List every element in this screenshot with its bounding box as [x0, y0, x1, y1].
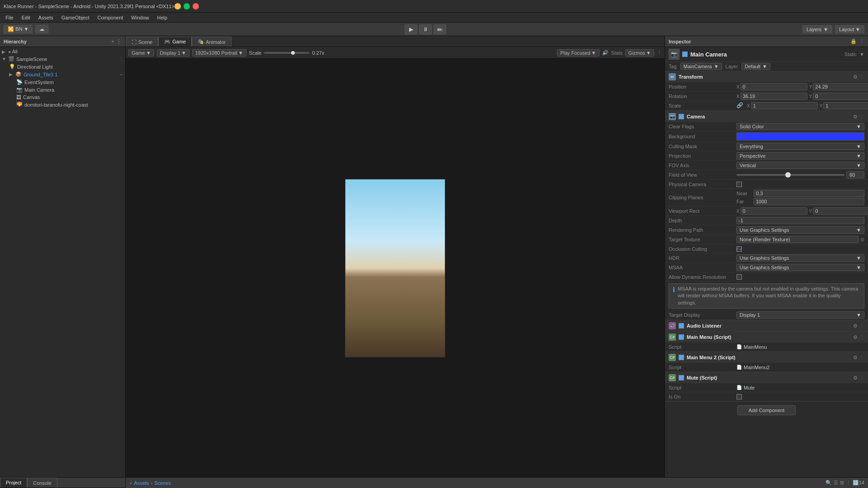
game-display-dropdown[interactable]: Game▼ [128, 49, 154, 56]
rotation-y[interactable] [813, 93, 868, 100]
fov-slider-track[interactable] [736, 174, 844, 176]
projection-dropdown[interactable]: Perspective▼ [736, 152, 864, 160]
mute-more-icon[interactable]: ⋮ [859, 375, 864, 381]
breadcrumb-scenes[interactable]: Scenes [154, 480, 171, 486]
fb-list-icon[interactable]: ☰ [834, 480, 838, 486]
breadcrumb-assets[interactable]: Assets [134, 480, 149, 486]
main-menu2-script-header[interactable]: C# Main Menu 2 (Script) ⚙ ⋮ [665, 352, 868, 363]
main-menu-script-header[interactable]: C# Main Menu (Script) ⚙ ⋮ [665, 332, 868, 343]
fb-more-icon[interactable]: ⋮ [846, 480, 851, 486]
add-component-button[interactable]: Add Component [737, 405, 796, 415]
hierarchy-canvas[interactable]: 🖼Canvas [0, 94, 125, 101]
hierarchy-ground-tile[interactable]: ▶ 📦Ground_Tile3 1 → [0, 70, 125, 78]
audio-active-checkbox[interactable] [679, 323, 684, 328]
play-button[interactable]: ▶ [405, 24, 417, 34]
stats-toggle[interactable]: Stats [611, 50, 623, 56]
maximize-button[interactable] [184, 3, 190, 9]
object-active-checkbox[interactable] [682, 52, 688, 57]
target-texture-pick-icon[interactable]: ⊙ [860, 237, 864, 243]
audio-gear-icon[interactable]: ⚙ [853, 323, 858, 329]
rotation-x[interactable] [741, 93, 807, 100]
position-x[interactable] [741, 83, 807, 90]
audio-icon[interactable]: 🔊 [602, 50, 609, 56]
mm-active-checkbox[interactable] [679, 334, 684, 340]
step-button[interactable]: ⏭ [434, 24, 446, 34]
layers-dropdown[interactable]: Layers ▼ [802, 25, 832, 33]
fb-back-icon[interactable]: + [129, 480, 132, 486]
target-texture-dropdown[interactable]: None (Render Texture) [736, 236, 859, 243]
hierarchy-main-camera[interactable]: 📷Main Camera [0, 86, 125, 94]
camera-active-checkbox[interactable] [679, 114, 684, 119]
camera-header[interactable]: 📷 Camera ⚙ ⋮ [665, 111, 868, 122]
target-display-dropdown[interactable]: Display 1▼ [736, 311, 864, 319]
scale-y[interactable] [823, 102, 868, 109]
culling-mask-dropdown[interactable]: Everything▼ [736, 143, 864, 150]
msaa-dropdown[interactable]: Use Graphics Settings▼ [736, 264, 864, 271]
resolution-dropdown[interactable]: 868x488 Portrait▼ [192, 49, 246, 56]
pause-button[interactable]: ⏸ [419, 24, 432, 34]
menu-gameobject[interactable]: GameObject [58, 14, 93, 21]
scale-x[interactable] [751, 102, 818, 109]
background-color-swatch[interactable] [736, 132, 864, 141]
position-y[interactable] [813, 83, 868, 90]
inspector-more-icon[interactable]: ⋮ [859, 38, 864, 44]
menu-file[interactable]: File [2, 14, 17, 21]
close-button[interactable] [193, 3, 199, 9]
audio-listener-header[interactable]: 🔊 Audio Listener ⚙ ⋮ [665, 320, 868, 331]
transform-header[interactable]: ⇔ Transform ⚙ ⋮ [665, 71, 868, 82]
viewport-x[interactable] [741, 207, 807, 215]
branch-dropdown[interactable]: 🔀 BN ▼ [4, 25, 33, 33]
hierarchy-all[interactable]: ▶ ● All [0, 48, 125, 55]
mm-gear-icon[interactable]: ⚙ [853, 334, 858, 340]
transform-more-icon[interactable]: ⋮ [859, 74, 864, 80]
menu-assets[interactable]: Assets [35, 14, 57, 21]
cloud-button[interactable]: ☁ [35, 25, 48, 33]
menu-component[interactable]: Component [94, 14, 127, 21]
hdr-dropdown[interactable]: Use Graphics Settings▼ [736, 254, 864, 262]
hierarchy-menu-icon[interactable]: ⋮ [116, 38, 122, 45]
layer-dropdown[interactable]: Default ▼ [741, 63, 770, 70]
display-dropdown[interactable]: Display 1▼ [157, 49, 189, 56]
transform-gear-icon[interactable]: ⚙ [853, 74, 858, 80]
gizmos-dropdown[interactable]: Gizmos▼ [625, 49, 654, 56]
mm2-active-checkbox[interactable] [679, 355, 684, 360]
static-dropdown-icon[interactable]: ▼ [859, 52, 864, 57]
mm2-more-icon[interactable]: ⋮ [859, 355, 864, 361]
camera-more-icon[interactable]: ⋮ [859, 114, 864, 120]
menu-edit[interactable]: Edit [18, 14, 34, 21]
viewport-y[interactable] [813, 207, 868, 215]
near-value-input[interactable] [754, 190, 864, 197]
tab-game[interactable]: 🎮 Game [158, 37, 192, 47]
camera-gear-icon[interactable]: ⚙ [853, 114, 858, 120]
minimize-button[interactable] [175, 3, 181, 9]
tab-project[interactable]: Project [0, 478, 27, 488]
hierarchy-add-icon[interactable]: + [111, 38, 114, 45]
tag-dropdown[interactable]: MainCamera ▼ [680, 63, 722, 70]
fov-value-input[interactable] [846, 171, 864, 178]
hierarchy-scene[interactable]: ▼ 🎬SampleScene ⋮ [0, 55, 125, 63]
tab-console[interactable]: Console [27, 478, 57, 488]
layout-dropdown[interactable]: Layout ▼ [835, 25, 864, 33]
more-icon[interactable]: ⋮ [657, 50, 662, 56]
fb-search-icon[interactable]: 🔍 [826, 480, 832, 486]
hierarchy-eventsystem[interactable]: 📡EventSystem [0, 78, 125, 86]
scale-slider[interactable] [264, 52, 309, 54]
clear-flags-dropdown[interactable]: Solid Color▼ [736, 123, 864, 130]
menu-help[interactable]: Help [153, 14, 171, 21]
window-controls[interactable] [175, 3, 199, 9]
physical-camera-checkbox[interactable] [736, 182, 742, 187]
audio-more-icon[interactable]: ⋮ [859, 323, 864, 329]
mute-gear-icon[interactable]: ⚙ [853, 375, 858, 381]
mute-script-header[interactable]: C# Mute (Script) ⚙ ⋮ [665, 372, 868, 383]
fov-axis-dropdown[interactable]: Vertical▼ [736, 162, 864, 169]
scale-lock-icon[interactable]: 🔗 [736, 102, 743, 109]
fb-grid-icon[interactable]: ⊞ [840, 480, 844, 486]
rendering-path-dropdown[interactable]: Use Graphics Settings▼ [736, 226, 864, 234]
mm-more-icon[interactable]: ⋮ [859, 334, 864, 340]
play-focused-dropdown[interactable]: Play Focused▼ [557, 49, 599, 56]
allow-dynamic-checkbox[interactable] [736, 274, 742, 280]
inspector-lock-icon[interactable]: 🔒 [850, 38, 857, 44]
occlusion-culling-checkbox[interactable]: ✓ [736, 246, 742, 252]
hierarchy-domitori[interactable]: 🌄domitori-taranofu-night-coast [0, 101, 125, 108]
depth-value-input[interactable] [736, 217, 864, 224]
